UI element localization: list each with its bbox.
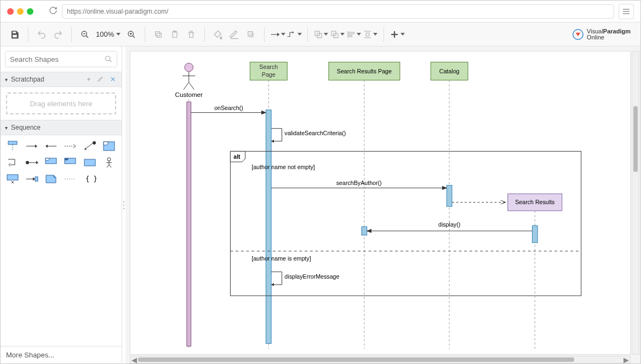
- svg-rect-74: [362, 227, 367, 235]
- shape-separator[interactable]: [62, 172, 78, 186]
- svg-point-41: [26, 161, 29, 164]
- window-maximize[interactable]: [27, 8, 33, 15]
- svg-rect-16: [250, 33, 254, 37]
- more-shapes-link[interactable]: More Shapes...: [1, 346, 122, 363]
- shape-object[interactable]: [82, 156, 98, 169]
- to-back-button[interactable]: [330, 27, 345, 42]
- message-search-by-author[interactable]: searchByAuthor(): [271, 180, 447, 188]
- align-button[interactable]: [346, 27, 362, 42]
- svg-line-50: [109, 165, 111, 167]
- svg-rect-33: [8, 141, 17, 145]
- menu-button[interactable]: [619, 4, 634, 19]
- svg-text:Search Results Page: Search Results Page: [337, 68, 392, 74]
- add-button[interactable]: [390, 27, 405, 42]
- svg-rect-45: [84, 159, 95, 166]
- actor-customer[interactable]: Customer: [175, 63, 203, 349]
- svg-text:onSearch(): onSearch(): [214, 105, 243, 111]
- shape-lifeline[interactable]: [5, 140, 20, 153]
- svg-rect-70: [266, 110, 271, 344]
- svg-point-61: [185, 63, 193, 72]
- vertical-scrollbar[interactable]: [632, 51, 639, 355]
- svg-text:[author name not empty]: [author name not empty]: [251, 164, 315, 170]
- svg-line-4: [86, 36, 88, 38]
- message-onsearch[interactable]: onSearch(): [191, 105, 266, 113]
- undo-button[interactable]: [34, 27, 49, 42]
- zoom-dropdown[interactable]: 100%: [94, 30, 123, 38]
- shape-frame[interactable]: [101, 140, 117, 153]
- shape-found-message[interactable]: [82, 140, 98, 153]
- message-validate[interactable]: validateSearchCriteria(): [271, 129, 346, 143]
- waypoint-button[interactable]: [287, 27, 302, 42]
- svg-text:[author name is empty]: [author name is empty]: [251, 255, 311, 262]
- search-icon: [105, 55, 112, 63]
- svg-rect-67: [187, 102, 191, 346]
- shadow-button[interactable]: [243, 27, 259, 42]
- reload-icon[interactable]: [49, 6, 58, 16]
- lifeline-search-results[interactable]: Search Results: [452, 194, 562, 349]
- scratchpad-close-icon[interactable]: ✕: [108, 75, 117, 84]
- paste-button[interactable]: [167, 27, 182, 42]
- connector-style-button[interactable]: [270, 27, 285, 42]
- svg-rect-93: [532, 226, 537, 242]
- actor-label: Customer: [175, 91, 203, 98]
- svg-point-60: [123, 208, 124, 209]
- svg-text:display(): display(): [438, 221, 460, 228]
- svg-line-49: [107, 165, 109, 167]
- shape-return-message[interactable]: [62, 140, 78, 153]
- shape-destroy[interactable]: [5, 172, 20, 186]
- zoom-in-button[interactable]: [124, 27, 139, 42]
- horizontal-scrollbar[interactable]: ◀ ▶: [130, 356, 631, 363]
- lifeline-search-page[interactable]: SearchPage: [250, 62, 287, 349]
- line-color-button[interactable]: [227, 27, 242, 42]
- lifeline-catalog[interactable]: Catalog: [431, 62, 468, 349]
- svg-rect-82: [230, 151, 581, 296]
- zoom-out-button[interactable]: [77, 27, 93, 42]
- svg-line-65: [189, 82, 194, 90]
- scratchpad-header[interactable]: ▾ Scratchpad + ✕: [1, 72, 122, 87]
- to-front-button[interactable]: [313, 27, 329, 42]
- shape-self-message[interactable]: [5, 156, 20, 169]
- svg-text:Search Results: Search Results: [515, 199, 554, 205]
- diagram-canvas[interactable]: Customer SearchPage: [130, 51, 631, 355]
- scratchpad-add-icon[interactable]: +: [84, 75, 93, 84]
- scratchpad-dropzone[interactable]: Drag elements here: [6, 93, 116, 114]
- window-close[interactable]: [7, 8, 14, 15]
- shape-message-right[interactable]: [24, 140, 39, 153]
- url-bar[interactable]: https://online.visual-paradigm.com/: [62, 4, 614, 19]
- alt-fragment[interactable]: alt [author name not empty] [author name…: [230, 151, 581, 296]
- lifeline-search-results-page[interactable]: Search Results Page: [329, 62, 400, 349]
- search-shapes-input[interactable]: [5, 51, 117, 67]
- shape-create-message[interactable]: [24, 172, 39, 186]
- delete-button[interactable]: [184, 27, 199, 42]
- svg-text:alt: alt: [233, 153, 241, 160]
- shape-activation-2[interactable]: [62, 156, 78, 169]
- window-minimize[interactable]: [17, 8, 24, 15]
- svg-rect-10: [157, 33, 162, 37]
- svg-point-58: [123, 201, 124, 203]
- svg-line-32: [110, 60, 112, 62]
- svg-point-38: [93, 141, 96, 145]
- save-button[interactable]: [7, 27, 22, 42]
- scratchpad-edit-icon[interactable]: [96, 75, 105, 84]
- shape-note[interactable]: [43, 172, 59, 186]
- message-display-error[interactable]: displayErrorMessage: [271, 272, 339, 286]
- distribute-button[interactable]: [363, 27, 378, 42]
- sequence-header[interactable]: ▾ Sequence: [1, 120, 122, 135]
- shape-activation[interactable]: [43, 156, 59, 169]
- shape-constraint[interactable]: { }: [82, 172, 98, 186]
- svg-line-64: [184, 82, 189, 90]
- brand-logo: VisualParadigmOnline: [573, 28, 636, 41]
- fill-color-button[interactable]: [210, 27, 226, 42]
- shape-lost-message[interactable]: [24, 156, 39, 169]
- svg-text:Catalog: Catalog: [439, 68, 460, 74]
- url-text: https://online.visual-paradigm.com/: [67, 8, 168, 15]
- shape-message-left[interactable]: [43, 140, 59, 153]
- copy-button[interactable]: [151, 27, 166, 42]
- shape-actor[interactable]: [101, 156, 117, 169]
- svg-text:searchByAuthor(): searchByAuthor(): [336, 180, 382, 186]
- svg-rect-24: [349, 35, 352, 37]
- svg-rect-11: [156, 31, 160, 36]
- svg-rect-78: [447, 185, 452, 206]
- redo-button[interactable]: [50, 27, 66, 42]
- svg-text:displayErrorMessage: displayErrorMessage: [284, 273, 339, 280]
